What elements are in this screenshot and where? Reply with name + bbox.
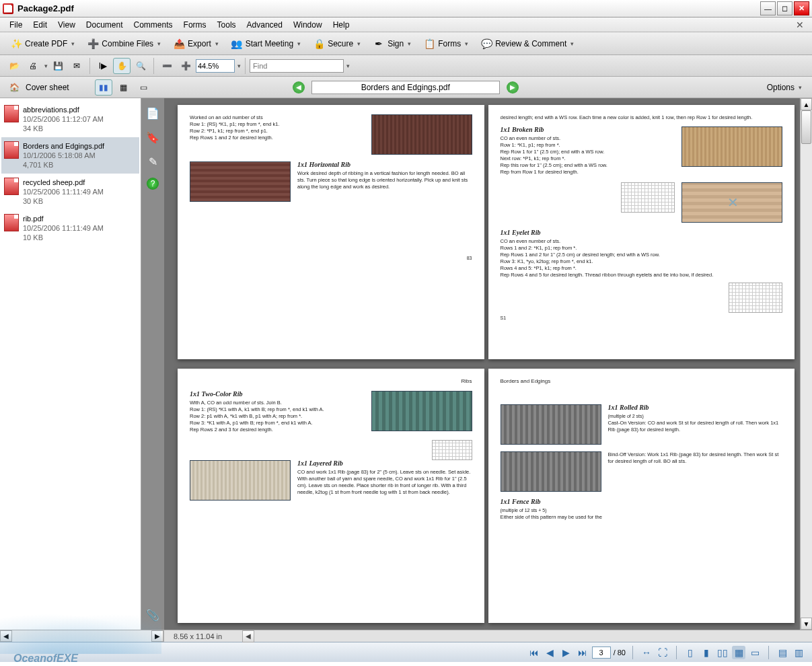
stitch-chart [729,283,782,313]
page-spread[interactable]: Worked on an odd number of sts Row 1: (R… [164,98,800,630]
scroll-thumb[interactable] [801,110,811,144]
file-item-abbreviations[interactable]: abbreviations.pdf 10/25/2006 11:12:07 AM… [1,101,139,137]
cloud-icon: 💬 [480,38,492,50]
collapse-button[interactable]: ▤ [776,646,789,659]
first-page-button[interactable]: ⏮ [527,646,541,659]
menu-document[interactable]: Document [81,19,128,31]
pdf-icon [4,105,19,122]
zoom-in-button[interactable]: ➕ [177,58,194,74]
doc-close-icon[interactable]: ✕ [792,20,808,30]
hand-tool[interactable]: ✋ [113,58,131,74]
fit-page-button[interactable]: ⛶ [656,646,669,659]
last-page-button[interactable]: ⏭ [576,646,589,659]
toolbar-file: 📂 🖨▾ 💾 ✉ I▶ ✋ 🔍 ➖ ➕ ▾ ▾ [0,55,812,77]
combine-files-button[interactable]: ➕Combine Files▾ [82,35,165,52]
main-area: abbreviations.pdf 10/25/2006 11:12:07 AM… [0,98,812,630]
cover-sheet-label[interactable]: Cover sheet [26,83,69,92]
title-bar: Package2.pdf — ◻ ✕ [0,0,812,17]
next-doc-button[interactable]: ▶ [507,81,519,94]
knit-swatch [501,451,601,492]
minus-icon: ➖ [162,61,172,71]
file-item-rib[interactable]: rib.pdf 10/25/2006 11:11:49 AM 10 KB [1,210,139,246]
home-button[interactable]: 🏠 [5,79,23,96]
find-input[interactable] [250,59,344,73]
menu-advanced[interactable]: Advanced [242,19,288,31]
export-icon: 📤 [173,38,185,50]
menu-bar: File Edit View Document Comments Forms T… [0,17,812,32]
menu-window[interactable]: Window [288,19,328,31]
prev-page-button[interactable]: ◀ [544,646,557,659]
sign-button[interactable]: ✒Sign▾ [368,35,416,52]
package-file-list: abbreviations.pdf 10/25/2006 11:12:07 AM… [0,98,141,630]
signatures-tab[interactable]: ✎ [145,153,161,170]
close-button[interactable]: ✕ [794,1,809,15]
detail-icon: ▭ [140,83,147,92]
marquee-zoom-tool[interactable]: 🔍 [132,58,149,74]
hand-icon: ✋ [117,61,127,71]
select-tool[interactable]: I▶ [94,58,112,74]
printer-icon: 🖨 [29,61,37,71]
scroll-up-button[interactable]: ▲ [801,98,812,110]
menu-forms[interactable]: Forms [178,19,212,31]
menu-help[interactable]: Help [328,19,355,31]
create-pdf-button[interactable]: ✨Create PDF▾ [5,35,79,52]
attachments-tab[interactable]: 📎 [145,607,161,623]
pdf-page: Ribs 1x1 Two-Color Rib With A, CO an odd… [178,369,484,623]
export-button[interactable]: 📤Export▾ [168,35,223,52]
how-to-tab[interactable]: ? [147,178,159,190]
list-view-button[interactable]: ▮▮ [95,79,112,96]
menu-edit[interactable]: Edit [28,19,52,31]
home-icon: 🏠 [9,83,20,92]
pdf-page: Borders and Edgings 1x1 Rolled Rib (mult… [488,369,795,623]
hscroll-row: ◀ ▶ 8.56 x 11.04 in ◀ [0,630,812,642]
hscroll-track[interactable] [12,630,151,642]
menu-tools[interactable]: Tools [212,19,242,31]
menu-comments[interactable]: Comments [128,19,178,31]
zoom-out-button[interactable]: ➖ [158,58,176,74]
plus-icon: ➕ [87,38,99,50]
email-button[interactable]: ✉ [68,58,85,74]
navigation-pane-tabs: 📄 🔖 ✎ ? 📎 [141,98,164,630]
menu-file[interactable]: File [4,19,28,31]
two-up-button[interactable]: ▯▯ [716,646,729,659]
zoom-input[interactable] [196,59,235,73]
detail-view-button[interactable]: ▭ [135,79,153,96]
hscroll-left[interactable]: ◀ [0,630,12,642]
file-item-borders[interactable]: Borders and Edgings.pdf 10/1/2006 5:18:0… [1,137,139,174]
expand-button[interactable]: ▥ [792,646,805,659]
grid-view-button[interactable]: ▦ [115,79,133,96]
secure-button[interactable]: 🔒Secure▾ [308,35,365,52]
print-button[interactable]: 🖨 [24,58,42,74]
bookmarks-tab[interactable]: 🔖 [145,129,161,145]
app-icon [3,3,13,14]
open-button[interactable]: 📂 [5,58,23,74]
fit-width-button[interactable]: ↔ [640,646,653,659]
continuous-button[interactable]: ▮ [700,646,713,659]
two-up-continuous-button[interactable]: ▦ [732,646,745,659]
hscroll-right[interactable]: ▶ [151,630,163,642]
next-page-button[interactable]: ▶ [560,646,573,659]
hscroll-left-2[interactable]: ◀ [242,630,254,642]
pdf-page: Worked on an odd number of sts Row 1: (R… [178,105,484,359]
list-icon: ▮▮ [99,83,108,92]
vertical-scrollbar[interactable]: ▲ ▼ [800,98,812,630]
scroll-down-button[interactable]: ▼ [801,618,812,630]
pages-tab[interactable]: 📄 [145,105,161,121]
mail-icon: ✉ [73,61,80,71]
page-number-input[interactable] [592,646,611,659]
minimize-button[interactable]: — [760,1,776,15]
review-comment-button[interactable]: 💬Review & Comment▾ [476,35,579,52]
options-button[interactable]: Options▾ [762,80,807,95]
window-title: Package2.pdf [17,3,74,13]
save-button[interactable]: 💾 [49,58,67,74]
start-meeting-button[interactable]: 👥Start Meeting▾ [226,35,305,52]
menu-view[interactable]: View [52,19,81,31]
status-bar: ⏮ ◀ ▶ ⏭ / 80 ↔ ⛶ ▯ ▮ ▯▯ ▦ ▭ ▤ ▥ [0,642,812,662]
save-icon: 💾 [53,61,63,71]
forms-button[interactable]: 📋Forms▾ [418,35,473,52]
prev-doc-button[interactable]: ◀ [293,81,305,94]
single-page-button[interactable]: ▯ [684,646,697,659]
file-item-recycled[interactable]: recycled sheep.pdf 10/25/2006 11:11:49 A… [1,174,139,210]
maximize-button[interactable]: ◻ [777,1,792,15]
reading-mode-button[interactable]: ▭ [748,646,762,659]
